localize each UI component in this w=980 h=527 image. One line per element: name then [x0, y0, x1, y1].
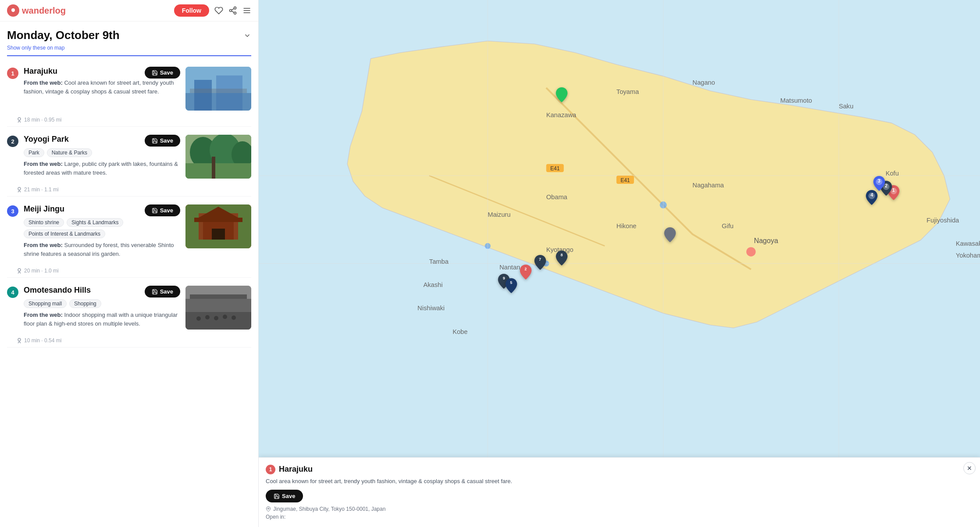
svg-point-2	[230, 10, 232, 12]
place-content-1: Harajuku Save From the web: Cool area kn…	[24, 67, 180, 99]
tag-shopping: Shopping	[69, 299, 101, 308]
divider-2	[7, 196, 251, 197]
place-item-meiji: 3 Meiji Jingu Save Shinto shrine Sights …	[0, 198, 258, 264]
popup-open-label: Open in:	[266, 514, 973, 520]
divider-4	[7, 347, 251, 348]
pin-label-3: 3	[878, 178, 880, 183]
svg-rect-31	[190, 294, 247, 299]
follow-button[interactable]: Follow	[174, 4, 209, 17]
tag-nature: Nature & Parks	[47, 148, 92, 157]
map-container[interactable]: Nagoya Kanazawa Toyama Nagano Matsumoto …	[259, 0, 980, 527]
favorite-button[interactable]	[214, 6, 223, 15]
svg-rect-13	[190, 89, 247, 93]
svg-point-38	[18, 338, 21, 341]
svg-rect-32	[185, 312, 251, 330]
pin-label-b1: 5	[510, 280, 512, 285]
popup-place-name: Harajuku	[279, 465, 313, 474]
place-item-yoyogi: 2 Yoyogi Park Save Park Nature & Parks F…	[0, 129, 258, 183]
logo: wanderlog	[7, 4, 66, 17]
pin-label-2: 2	[885, 183, 887, 188]
map-pin-red2[interactable]: 2	[520, 265, 532, 280]
map-pin-7[interactable]: 7	[534, 255, 546, 270]
popup-address: Jingumae, Shibuya City, Tokyo 150-0001, …	[266, 506, 973, 512]
menu-button[interactable]	[242, 6, 251, 15]
svg-point-34	[205, 315, 210, 319]
travel-meiji: 20 min · 1.0 mi	[0, 264, 258, 276]
pin-label-r2: 2	[524, 267, 527, 271]
tags-omotesando: Shopping mall Shopping	[24, 299, 180, 308]
map-pin-gray[interactable]	[664, 227, 676, 242]
place-name-harajuku: Harajuku	[24, 67, 57, 76]
right-panel: Nagoya Kanazawa Toyama Nagano Matsumoto …	[259, 0, 980, 527]
place-image-meiji	[185, 204, 251, 248]
save-harajuku-button[interactable]: Save	[145, 67, 180, 79]
place-item-harajuku: 1 Harajuku Save From the web: Cool area …	[0, 61, 258, 113]
travel-time-1: 18 min · 0.95 mi	[24, 117, 61, 123]
svg-line-5	[232, 8, 234, 10]
svg-rect-26	[212, 229, 225, 240]
map-pins-layer: 1 2 3 4 7	[259, 0, 980, 466]
place-name-yoyogi: Yoyogi Park	[24, 135, 69, 144]
travel-yoyogi: 21 min · 1.1 mi	[0, 183, 258, 194]
place-item-omotesando: 4 Omotesando Hills Save Shopping mall Sh…	[0, 280, 258, 334]
show-map-link[interactable]: Show only these on map	[0, 45, 258, 55]
popup-number: 1	[266, 465, 275, 474]
svg-rect-20	[212, 157, 215, 179]
place-name-meiji: Meiji Jingu	[24, 204, 64, 214]
tag-shinto: Shinto shrine	[24, 218, 64, 227]
pin-label-1: 1	[892, 187, 895, 193]
svg-rect-24	[194, 218, 242, 222]
svg-rect-19	[185, 163, 251, 179]
place-number-1: 1	[7, 68, 18, 79]
travel-omotesando: 10 min · 0.54 mi	[0, 334, 258, 345]
place-desc-yoyogi: From the web: Large, public city park wi…	[24, 160, 180, 177]
tags-yoyogi: Park Nature & Parks	[24, 148, 180, 157]
popup-save-button[interactable]: Save	[266, 490, 303, 502]
share-button[interactable]	[228, 6, 237, 15]
place-desc-omotesando: From the web: Indoor shopping mall with …	[24, 311, 180, 328]
svg-line-4	[232, 11, 234, 12]
left-panel: wanderlog Follow Monday, October 9th Sho…	[0, 0, 259, 527]
place-content-3: Meiji Jingu Save Shinto shrine Sights & …	[24, 204, 180, 262]
svg-point-78	[268, 508, 269, 509]
popup-description: Cool area known for street art, trendy y…	[266, 477, 973, 486]
day-header: Monday, October 9th	[0, 22, 258, 45]
map-pin-green[interactable]	[556, 87, 568, 102]
header-right: Follow	[174, 4, 251, 17]
collapse-button[interactable]	[243, 32, 251, 39]
divider-1	[7, 126, 251, 127]
pin-label-4: 4	[870, 192, 873, 197]
map-pin-blue1[interactable]: 5	[505, 278, 517, 293]
day-title: Monday, October 9th	[7, 29, 120, 42]
pin-label-8: 8	[560, 253, 563, 257]
logo-icon	[7, 4, 19, 17]
popup-close-button[interactable]: ✕	[963, 462, 976, 474]
svg-rect-12	[185, 93, 251, 111]
map-pin-4[interactable]: 4	[866, 190, 878, 205]
map-pin-3[interactable]: 3	[873, 176, 885, 191]
tag-park: Park	[24, 148, 44, 157]
blue-divider	[7, 55, 251, 56]
header: wanderlog Follow	[0, 0, 258, 22]
place-number-2: 2	[7, 136, 18, 147]
popup-address-text: Jingumae, Shibuya City, Tokyo 150-0001, …	[273, 506, 385, 512]
place-image-yoyogi	[185, 135, 251, 179]
travel-harajuku: 18 min · 0.95 mi	[0, 113, 258, 125]
place-content-4: Omotesando Hills Save Shopping mall Shop…	[24, 286, 180, 331]
map-pin-8[interactable]: 8	[556, 251, 568, 265]
popup-save-label: Save	[282, 493, 295, 499]
svg-point-3	[234, 12, 236, 14]
save-omotesando-button[interactable]: Save	[145, 286, 180, 298]
tag-poi: Points of Interest & Landmarks	[24, 229, 105, 238]
save-meiji-button[interactable]: Save	[145, 204, 180, 216]
place-image-omotesando	[185, 286, 251, 330]
travel-time-2: 21 min · 1.1 mi	[24, 186, 59, 193]
svg-point-21	[18, 187, 21, 190]
map-popup: ✕ 1 Harajuku Cool area known for street …	[259, 457, 980, 527]
divider-3	[7, 277, 251, 278]
svg-point-28	[18, 269, 21, 271]
place-content-2: Yoyogi Park Save Park Nature & Parks Fro…	[24, 135, 180, 180]
place-desc-meiji: From the web: Surrounded by forest, this…	[24, 241, 180, 258]
save-yoyogi-button[interactable]: Save	[145, 135, 180, 147]
place-image-harajuku	[185, 67, 251, 111]
